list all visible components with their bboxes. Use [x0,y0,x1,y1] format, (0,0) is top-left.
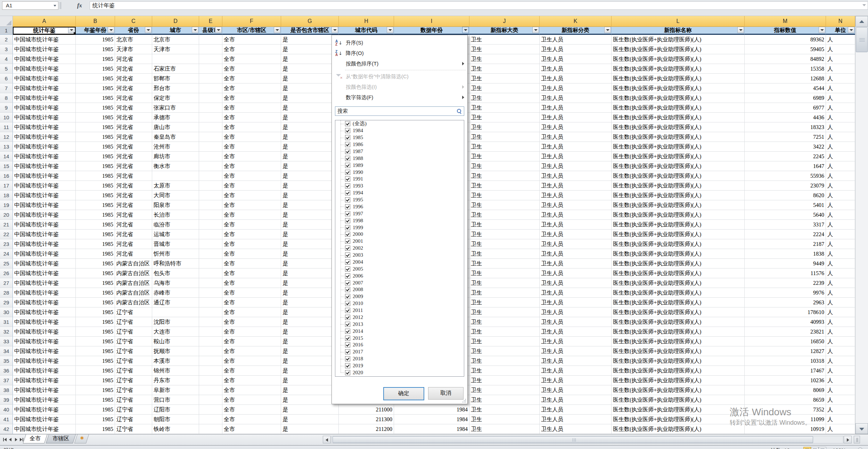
cell-B38[interactable]: 1985 [76,385,115,395]
checkbox-1998[interactable] [345,218,350,223]
cell-K2[interactable]: 卫生人员 [540,35,612,45]
cell-L34[interactable]: 医生数(执业医师+执业助理医师)(人) [612,346,745,356]
cell-L17[interactable]: 医生数(执业医师+执业助理医师)(人) [612,181,745,191]
cell-L26[interactable]: 医生数(执业医师+执业助理医师)(人) [612,268,745,278]
cell-L24[interactable]: 医生数(执业医师+执业助理医师)(人) [612,249,745,259]
cell-M10[interactable]: 4436 [745,113,826,122]
cell-N9[interactable]: 人 [826,103,855,113]
cell-D6[interactable]: 邯郸市 [152,74,199,83]
cell-F14[interactable]: 全市 [222,152,281,161]
cell-B10[interactable]: 1985 [76,113,115,122]
cell-A16[interactable]: 中国城市统计年鉴 [13,171,76,181]
cell-B14[interactable]: 1985 [76,152,115,161]
cell-A13[interactable]: 中国城市统计年鉴 [13,142,76,152]
cell-C36[interactable]: 辽宁省 [115,366,152,376]
row-header-15[interactable]: 15 [0,161,13,171]
cell-F42[interactable]: 全市 [222,424,281,434]
cell-N20[interactable]: 人 [826,210,855,220]
cell-L7[interactable]: 医生数(执业医师+执业助理医师)(人) [612,83,745,93]
checkbox-2014[interactable] [345,329,350,334]
cell-K15[interactable]: 卫生人员 [540,161,612,171]
cell-K34[interactable]: 卫生人员 [540,346,612,356]
cell-M32[interactable]: 23821 [745,327,826,337]
cell-L13[interactable]: 医生数(执业医师+执业助理医师)(人) [612,142,745,152]
cell-D36[interactable]: 锦州市 [152,366,199,376]
page-layout-view-button[interactable] [811,447,819,449]
cell-B29[interactable]: 1985 [76,298,115,307]
row-header-19[interactable]: 19 [0,200,13,210]
filter-year-option[interactable]: 2011 [335,307,464,314]
checkbox-1991[interactable] [345,176,350,182]
cell-L36[interactable]: 医生数(执业医师+执业助理医师)(人) [612,366,745,376]
cell-M6[interactable]: 12688 [745,74,826,83]
cell-F30[interactable]: 全市 [222,307,281,317]
cell-K10[interactable]: 卫生人员 [540,113,612,122]
cell-F17[interactable]: 全市 [222,181,281,191]
cell-F31[interactable]: 全市 [222,317,281,327]
checkbox-2004[interactable] [345,259,350,265]
cell-N33[interactable]: 人 [826,337,855,346]
filter-button-C[interactable] [145,27,152,33]
checkbox-1996[interactable] [345,204,350,209]
cell-K41[interactable]: 卫生人员 [540,415,612,424]
cell-L12[interactable]: 医生数(执业医师+执业助理医师)(人) [612,132,745,142]
cell-F23[interactable]: 全市 [222,239,281,249]
cell-M30[interactable]: 178610 [745,307,826,317]
cell-D32[interactable]: 大连市 [152,327,199,337]
cell-G37[interactable]: 是 [281,376,339,385]
row-header-41[interactable]: 41 [0,415,13,424]
cell-K18[interactable]: 卫生人员 [540,191,612,200]
cell-G12[interactable]: 是 [281,132,339,142]
cell-B34[interactable]: 1985 [76,346,115,356]
cell-G30[interactable]: 是 [281,307,339,317]
cell-C34[interactable]: 辽宁省 [115,346,152,356]
cell-J13[interactable]: 卫生 [469,142,540,152]
zoom-slider-knob[interactable] [858,448,863,449]
cell-N17[interactable]: 人 [826,181,855,191]
cell-M21[interactable]: 3317 [745,220,826,230]
ok-button[interactable]: 确定 [383,387,424,400]
row-header-34[interactable]: 34 [0,346,13,356]
cell-F4[interactable]: 全市 [222,54,281,64]
cell-D27[interactable]: 乌海市 [152,278,199,288]
cell-E42[interactable] [199,424,222,434]
cell-B37[interactable]: 1985 [76,376,115,385]
cell-B4[interactable]: 1985 [76,54,115,64]
cell-G22[interactable]: 是 [281,230,339,239]
filter-year-option[interactable]: 2013 [335,321,464,328]
cell-M25[interactable]: 9449 [745,259,826,268]
cell-C21[interactable]: 河北省 [115,220,152,230]
cell-E26[interactable] [199,268,222,278]
cell-M31[interactable]: 40993 [745,317,826,327]
filter-year-option[interactable]: 2014 [335,328,464,335]
cell-K24[interactable]: 卫生人员 [540,249,612,259]
filter-button-K[interactable] [604,27,611,33]
cell-M41[interactable]: 11099 [745,415,826,424]
cell-G20[interactable]: 是 [281,210,339,220]
cell-A39[interactable]: 中国城市统计年鉴 [13,395,76,405]
cell-C39[interactable]: 辽宁省 [115,395,152,405]
cell-M5[interactable]: 15358 [745,64,826,74]
cell-D41[interactable]: 朝阳市 [152,415,199,424]
checkbox-2008[interactable] [345,287,350,292]
cell-A8[interactable]: 中国城市统计年鉴 [13,93,76,103]
cell-F39[interactable]: 全市 [222,395,281,405]
row-header-2[interactable]: 2 [0,35,13,45]
cell-G10[interactable]: 是 [281,113,339,122]
cell-F5[interactable]: 全市 [222,64,281,74]
header-cell-J1[interactable]: 新指标大类 [469,27,540,35]
cell-C2[interactable]: 北京市 [115,35,152,45]
cell-B42[interactable]: 1985 [76,424,115,434]
cell-L35[interactable]: 医生数(执业医师+执业助理医师)(人) [612,356,745,366]
cell-E22[interactable] [199,230,222,239]
cell-G16[interactable]: 是 [281,171,339,181]
cell-N18[interactable]: 人 [826,191,855,200]
cell-A33[interactable]: 中国城市统计年鉴 [13,337,76,346]
column-header-L[interactable]: L [612,16,745,27]
cell-J28[interactable]: 卫生 [469,288,540,298]
cell-E23[interactable] [199,239,222,249]
name-box-splitter[interactable] [60,2,62,9]
checkbox-2017[interactable] [345,349,350,354]
cell-G38[interactable]: 是 [281,385,339,395]
cell-K21[interactable]: 卫生人员 [540,220,612,230]
